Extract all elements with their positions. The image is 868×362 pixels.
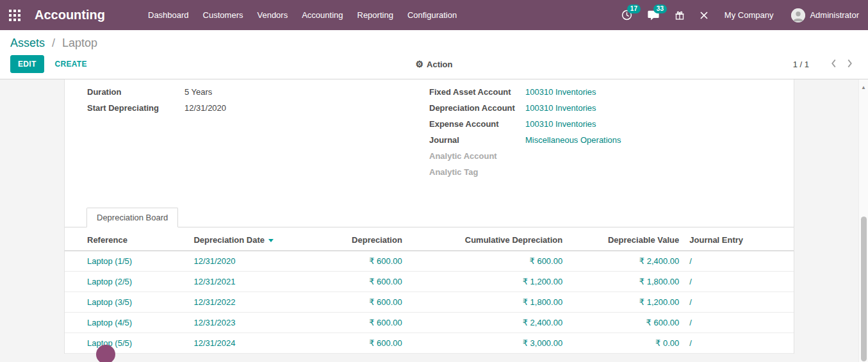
notebook: Depreciation Board Reference Depreciatio…: [65, 208, 794, 354]
depreciation-account-label: Depreciation Account: [429, 103, 525, 113]
chevron-right-icon: [847, 59, 853, 68]
column-header-cumulative-depreciation[interactable]: Cumulative Depreciation: [407, 229, 568, 251]
cell-cumulative[interactable]: ₹ 1,800.00: [407, 292, 568, 313]
column-header-depreciation[interactable]: Depreciation: [298, 229, 407, 251]
cell-journal-entry[interactable]: /: [684, 292, 794, 313]
start-depreciating-value: 12/31/2020: [184, 103, 226, 113]
table-row[interactable]: Laptop (2/5) 12/31/2021 ₹ 600.00 ₹ 1,200…: [65, 272, 794, 292]
cell-cumulative[interactable]: ₹ 2,400.00: [407, 313, 568, 333]
gear-icon: ⚙: [415, 59, 423, 69]
cell-cumulative[interactable]: ₹ 1,200.00: [407, 272, 568, 292]
table-row[interactable]: Laptop (3/5) 12/31/2022 ₹ 600.00 ₹ 1,800…: [65, 292, 794, 313]
cell-depreciation[interactable]: ₹ 600.00: [298, 251, 407, 272]
breadcrumb-separator: /: [52, 37, 55, 49]
menu-item-configuration[interactable]: Configuration: [400, 0, 464, 30]
menu-item-accounting[interactable]: Accounting: [295, 0, 350, 30]
column-header-reference[interactable]: Reference: [65, 229, 188, 251]
navbar-right: 17 33 My Company: [614, 0, 862, 30]
app-name[interactable]: Accounting: [35, 8, 105, 22]
edit-button[interactable]: EDIT: [10, 55, 44, 73]
analytic-tag-label: Analytic Tag: [429, 167, 525, 177]
scroll-up-arrow-icon[interactable]: ▲: [859, 85, 868, 90]
cell-date[interactable]: 12/31/2024: [188, 333, 298, 354]
pager-counter: 1 / 1: [793, 60, 809, 69]
field-analytic-account: Analytic Account: [429, 151, 771, 161]
field-fixed-asset-account: Fixed Asset Account 100310 Inventories: [429, 87, 771, 97]
control-panel: EDIT CREATE ⚙ Action 1 / 1: [0, 50, 868, 79]
column-header-journal-entry[interactable]: Journal Entry: [684, 229, 794, 251]
action-menu[interactable]: ⚙ Action: [415, 59, 452, 69]
cell-cumulative[interactable]: ₹ 3,000.00: [407, 333, 568, 354]
menu-item-customers[interactable]: Customers: [196, 0, 250, 30]
activities-button[interactable]: 17: [614, 0, 640, 30]
cell-journal-entry[interactable]: /: [684, 333, 794, 354]
form-fields: Duration 5 Years Start Depreciating 12/3…: [65, 79, 794, 183]
table-header-row: Reference Depreciation Date Depreciation…: [65, 229, 794, 251]
table-row[interactable]: Laptop (1/5) 12/31/2020 ₹ 600.00 ₹ 600.0…: [65, 251, 794, 272]
expense-account-link[interactable]: 100310 Inventories: [525, 119, 596, 129]
cell-depreciable[interactable]: ₹ 600.00: [568, 313, 684, 333]
gift-button[interactable]: [667, 0, 692, 30]
cell-date[interactable]: 12/31/2021: [188, 272, 298, 292]
company-switcher[interactable]: My Company: [716, 10, 783, 20]
cell-depreciation[interactable]: ₹ 600.00: [298, 272, 407, 292]
apps-grid-icon[interactable]: [0, 0, 29, 30]
create-button[interactable]: CREATE: [49, 56, 94, 72]
close-icon: [700, 12, 708, 19]
cell-reference[interactable]: Laptop (2/5): [65, 272, 188, 292]
cell-depreciable[interactable]: ₹ 0.00: [568, 333, 684, 354]
cell-cumulative[interactable]: ₹ 600.00: [407, 251, 568, 272]
menu-item-dashboard[interactable]: Dashboard: [141, 0, 196, 30]
table-row[interactable]: Laptop (4/5) 12/31/2023 ₹ 600.00 ₹ 2,400…: [65, 313, 794, 333]
depreciation-account-link[interactable]: 100310 Inventories: [525, 103, 596, 113]
avatar: [791, 8, 805, 22]
cell-depreciable[interactable]: ₹ 1,800.00: [568, 272, 684, 292]
menu-item-reporting[interactable]: Reporting: [350, 0, 400, 30]
floating-circle-button[interactable]: [96, 345, 115, 362]
pager-previous-button[interactable]: [826, 59, 842, 70]
breadcrumb-bar: Assets / Laptop: [0, 30, 868, 50]
content-area: Duration 5 Years Start Depreciating 12/3…: [0, 79, 868, 362]
menu-item-vendors[interactable]: Vendors: [250, 0, 295, 30]
breadcrumb-assets-link[interactable]: Assets: [10, 37, 45, 49]
column-header-depreciation-date[interactable]: Depreciation Date: [188, 229, 298, 251]
cell-date[interactable]: 12/31/2022: [188, 292, 298, 313]
cell-depreciation[interactable]: ₹ 600.00: [298, 313, 407, 333]
messages-button[interactable]: 33: [640, 0, 667, 30]
chevron-left-icon: [831, 59, 837, 68]
pager-next-button[interactable]: [842, 59, 858, 70]
user-menu[interactable]: Administrator: [782, 8, 862, 22]
cell-reference[interactable]: Laptop (5/5): [65, 333, 188, 354]
field-start-depreciating: Start Depreciating 12/31/2020: [87, 103, 429, 113]
cell-depreciable[interactable]: ₹ 1,200.00: [568, 292, 684, 313]
cell-journal-entry[interactable]: /: [684, 251, 794, 272]
cell-depreciation[interactable]: ₹ 600.00: [298, 292, 407, 313]
cell-depreciation[interactable]: ₹ 600.00: [298, 333, 407, 354]
cell-journal-entry[interactable]: /: [684, 272, 794, 292]
tab-depreciation-board[interactable]: Depreciation Board: [86, 208, 178, 227]
table-row[interactable]: Laptop (5/5) 12/31/2024 ₹ 600.00 ₹ 3,000…: [65, 333, 794, 354]
depreciation-table: Reference Depreciation Date Depreciation…: [65, 229, 794, 354]
cell-reference[interactable]: Laptop (4/5): [65, 313, 188, 333]
action-label: Action: [427, 60, 452, 69]
cell-date[interactable]: 12/31/2023: [188, 313, 298, 333]
close-button[interactable]: [692, 0, 716, 30]
tab-strip: Depreciation Board: [65, 208, 794, 227]
form-fields-left: Duration 5 Years Start Depreciating 12/3…: [87, 87, 429, 183]
scrollbar-thumb[interactable]: [861, 217, 867, 361]
expense-account-label: Expense Account: [429, 119, 525, 129]
fixed-asset-account-label: Fixed Asset Account: [429, 87, 525, 97]
duration-value: 5 Years: [184, 87, 212, 97]
cell-reference[interactable]: Laptop (3/5): [65, 292, 188, 313]
fixed-asset-account-link[interactable]: 100310 Inventories: [525, 87, 596, 97]
cell-journal-entry[interactable]: /: [684, 313, 794, 333]
column-header-depreciable-value[interactable]: Depreciable Value: [568, 229, 684, 251]
gift-icon: [675, 10, 685, 21]
asset-form-sheet: Duration 5 Years Start Depreciating 12/3…: [64, 79, 794, 354]
cell-date[interactable]: 12/31/2020: [188, 251, 298, 272]
journal-link[interactable]: Miscellaneous Operations: [525, 135, 621, 145]
cell-reference[interactable]: Laptop (1/5): [65, 251, 188, 272]
vertical-scrollbar[interactable]: ▲: [858, 79, 868, 362]
field-journal: Journal Miscellaneous Operations: [429, 135, 771, 145]
cell-depreciable[interactable]: ₹ 2,400.00: [568, 251, 684, 272]
